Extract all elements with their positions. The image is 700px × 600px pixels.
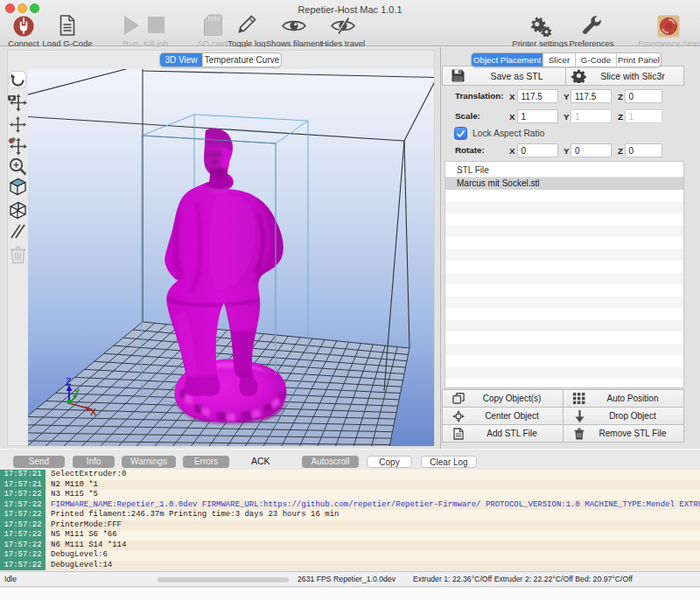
- svg-text:X: X: [90, 407, 96, 417]
- svg-text:Y: Y: [74, 387, 80, 396]
- svg-text:Z: Z: [66, 376, 72, 387]
